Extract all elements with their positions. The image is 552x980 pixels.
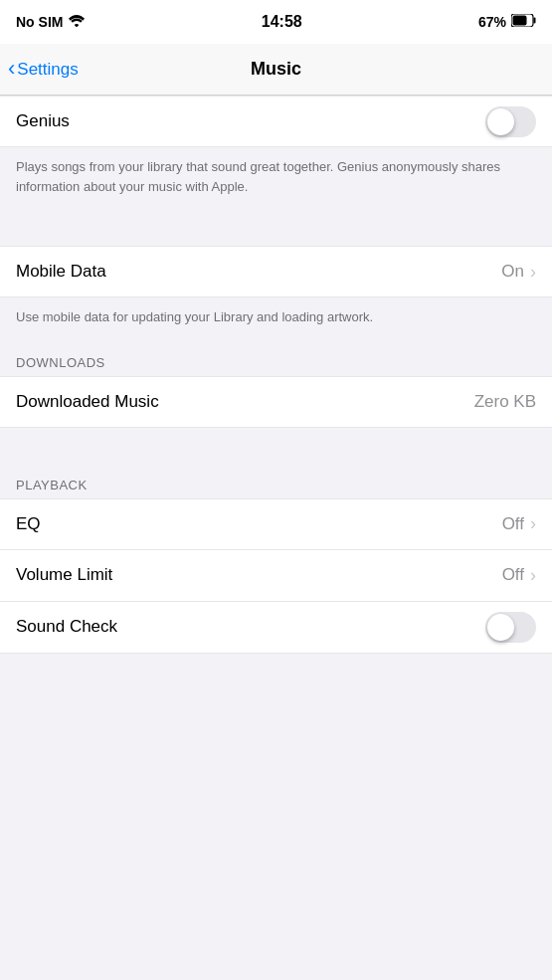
genius-toggle[interactable]: [485, 106, 536, 137]
downloaded-music-right: Zero KB: [474, 392, 536, 412]
volume-limit-chevron-icon: ›: [530, 565, 536, 586]
eq-row[interactable]: EQ Off ›: [0, 498, 552, 550]
mobile-data-row[interactable]: Mobile Data On ›: [0, 246, 552, 297]
volume-limit-label: Volume Limit: [16, 565, 112, 585]
downloads-section-label: DOWNLOADS: [0, 341, 552, 376]
back-chevron-icon: ‹: [8, 58, 15, 80]
nav-bar: ‹ Settings Music: [0, 44, 552, 96]
mobile-data-description: Use mobile data for updating your Librar…: [0, 297, 552, 341]
mobile-data-label: Mobile Data: [16, 262, 106, 282]
battery-percentage: 67%: [478, 14, 506, 30]
downloaded-music-label: Downloaded Music: [16, 392, 159, 412]
genius-label: Genius: [16, 111, 70, 131]
back-label: Settings: [17, 60, 78, 80]
genius-description: Plays songs from your library that sound…: [0, 147, 552, 210]
downloaded-music-row[interactable]: Downloaded Music Zero KB: [0, 376, 552, 428]
status-time: 14:58: [262, 13, 302, 31]
settings-content: Genius Plays songs from your library tha…: [0, 96, 552, 654]
spacer-1: [0, 210, 552, 246]
status-right: 67%: [478, 14, 536, 30]
back-button[interactable]: ‹ Settings: [8, 59, 79, 80]
sound-check-label: Sound Check: [16, 617, 117, 637]
carrier-label: No SIM: [16, 14, 63, 30]
battery-icon: [511, 14, 536, 30]
eq-chevron-icon: ›: [530, 513, 536, 534]
wifi-icon: [69, 14, 85, 30]
sound-check-toggle-thumb: [487, 614, 514, 641]
sound-check-toggle[interactable]: [485, 612, 536, 643]
page-title: Music: [251, 59, 301, 80]
mobile-data-right: On ›: [501, 262, 536, 283]
svg-rect-1: [534, 18, 536, 24]
svg-rect-2: [513, 16, 527, 26]
sound-check-row[interactable]: Sound Check: [0, 602, 552, 654]
status-left: No SIM: [16, 14, 85, 30]
spacer-2: [0, 428, 552, 464]
mobile-data-value: On: [501, 262, 524, 282]
eq-right: Off ›: [502, 513, 536, 534]
volume-limit-row[interactable]: Volume Limit Off ›: [0, 550, 552, 602]
volume-limit-value: Off: [502, 565, 524, 585]
playback-section-label: PLAYBACK: [0, 464, 552, 498]
status-bar: No SIM 14:58 67%: [0, 0, 552, 44]
eq-value: Off: [502, 514, 524, 534]
mobile-data-chevron-icon: ›: [530, 262, 536, 283]
volume-limit-right: Off ›: [502, 565, 536, 586]
eq-label: EQ: [16, 514, 41, 534]
genius-row[interactable]: Genius: [0, 96, 552, 147]
genius-toggle-thumb: [487, 108, 514, 135]
downloaded-music-value: Zero KB: [474, 392, 536, 412]
